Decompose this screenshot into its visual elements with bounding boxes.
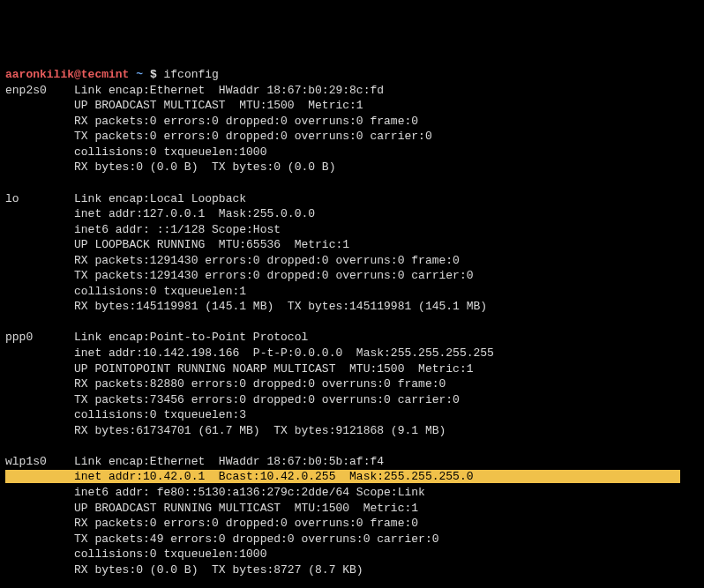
output-line: RX packets:82880 errors:0 dropped:0 over…	[5, 377, 446, 391]
output-line: RX bytes:61734701 (61.7 MB) TX bytes:912…	[5, 424, 446, 437]
terminal[interactable]: aaronkilik@tecmint ~ $ ifconfig enp2s0 L…	[5, 67, 699, 588]
output-line: inet6 addr: ::1/128 Scope:Host	[5, 223, 281, 236]
prompt-line-1: aaronkilik@tecmint ~ $ ifconfig	[5, 68, 219, 81]
output-line: RX bytes:0 (0.0 B) TX bytes:0 (0.0 B)	[5, 160, 335, 174]
output-line: inet addr:127.0.0.1 Mask:255.0.0.0	[5, 207, 315, 220]
output-line: enp2s0 Link encap:Ethernet HWaddr 18:67:…	[5, 84, 384, 97]
output-line: wlp1s0 Link encap:Ethernet HWaddr 18:67:…	[5, 455, 384, 468]
output-line: UP POINTOPOINT RUNNING NOARP MULTICAST M…	[5, 362, 474, 376]
output-line: inet addr:10.142.198.166 P-t-P:0.0.0.0 M…	[5, 346, 494, 360]
output-line: RX packets:0 errors:0 dropped:0 overruns…	[5, 517, 418, 530]
output-line: ppp0 Link encap:Point-to-Point Protocol	[5, 331, 308, 344]
output-line: collisions:0 txqueuelen:1000	[5, 145, 266, 159]
output-line: lo Link encap:Local Loopback	[5, 192, 246, 205]
output: enp2s0 Link encap:Ethernet HWaddr 18:67:…	[5, 83, 699, 588]
output-line: inet6 addr: fe80::5130:a136:279c:2dde/64…	[5, 486, 425, 499]
command-text: ifconfig	[164, 68, 219, 81]
output-line: UP BROADCAST MULTICAST MTU:1500 Metric:1	[5, 99, 363, 112]
output-line: TX packets:1291430 errors:0 dropped:0 ov…	[5, 269, 474, 282]
highlighted-line: inet addr:10.42.0.1 Bcast:10.42.0.255 Ma…	[5, 470, 680, 483]
prompt-sep: $	[150, 68, 157, 81]
output-line: TX packets:0 errors:0 dropped:0 overruns…	[5, 130, 432, 143]
output-line: UP BROADCAST RUNNING MULTICAST MTU:1500 …	[5, 502, 418, 515]
prompt-path: ~	[136, 68, 143, 81]
output-line: TX packets:49 errors:0 dropped:0 overrun…	[5, 532, 438, 546]
output-line: RX bytes:0 (0.0 B) TX bytes:8727 (8.7 KB…	[5, 563, 363, 577]
output-line: UP LOOPBACK RUNNING MTU:65536 Metric:1	[5, 238, 349, 251]
output-line: collisions:0 txqueuelen:1	[5, 285, 246, 298]
output-line: collisions:0 txqueuelen:1000	[5, 547, 266, 561]
output-line: RX packets:0 errors:0 dropped:0 overruns…	[5, 115, 418, 128]
output-line: RX packets:1291430 errors:0 dropped:0 ov…	[5, 254, 460, 267]
output-line: TX packets:73456 errors:0 dropped:0 over…	[5, 393, 460, 406]
output-line: collisions:0 txqueuelen:3	[5, 408, 246, 421]
prompt-user: aaronkilik@tecmint	[5, 68, 129, 81]
output-line: RX bytes:145119981 (145.1 MB) TX bytes:1…	[5, 300, 487, 313]
